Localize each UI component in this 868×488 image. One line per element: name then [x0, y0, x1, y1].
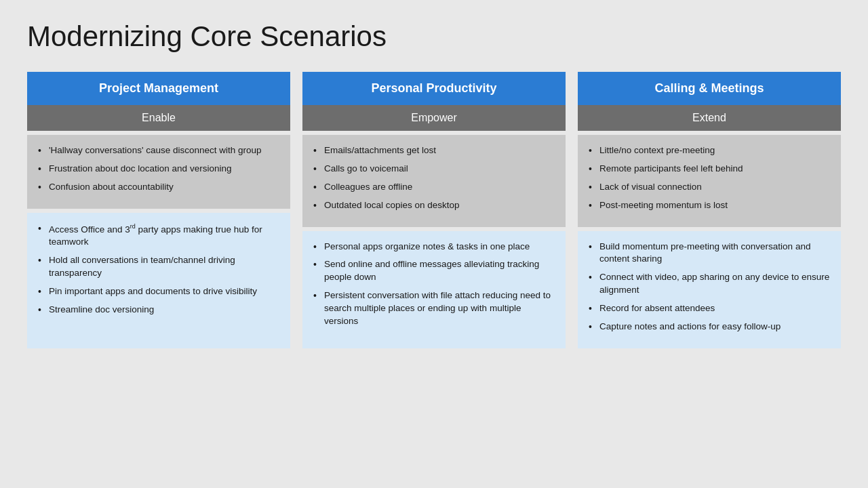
personal-productivity-header: Personal Productivity: [302, 72, 566, 105]
personal-productivity-problem-item-3: Outdated local copies on desktop: [313, 199, 555, 212]
calling-meetings-solution-item-3: Capture notes and actions for easy follo…: [589, 321, 830, 333]
calling-meetings-problem-box: Little/no context pre-meetingRemote part…: [578, 135, 841, 227]
project-management-problem-box: 'Hallway conversations' cause disconnect…: [27, 135, 290, 209]
calling-meetings-solution-box: Build momentum pre-meeting with conversa…: [578, 231, 841, 348]
page-title: Modernizing Core Scenarios: [27, 20, 841, 53]
calling-meetings-solution-item-0: Build momentum pre-meeting with conversa…: [589, 241, 830, 266]
personal-productivity-subheader: Empower: [302, 105, 566, 131]
personal-productivity-solution-item-2: Persistent conversation with file attach…: [313, 289, 555, 328]
calling-meetings-problem-item-3: Post-meeting momentum is lost: [589, 199, 830, 212]
project-management-header: Project Management: [27, 72, 290, 105]
calling-meetings-header: Calling & Meetings: [578, 72, 841, 105]
personal-productivity-problem-item-2: Colleagues are offline: [313, 181, 555, 194]
column-personal-productivity: Personal ProductivityEmpowerEmails/attac…: [302, 72, 566, 348]
calling-meetings-problem-item-2: Lack of visual connection: [589, 181, 830, 194]
project-management-solution-box: Access Office and 3rd party apps making …: [27, 213, 290, 348]
calling-meetings-solution-item-1: Connect with video, app sharing on any d…: [589, 271, 830, 297]
project-management-solution-item-1: Hold all conversations in team/channel d…: [38, 254, 279, 280]
main-grid: Project ManagementEnable'Hallway convers…: [27, 72, 841, 348]
project-management-solution-item-0: Access Office and 3rd party apps making …: [38, 222, 279, 249]
personal-productivity-problem-box: Emails/attachments get lostCalls go to v…: [302, 135, 566, 227]
calling-meetings-problem-item-0: Little/no context pre-meeting: [589, 144, 830, 157]
calling-meetings-problem-item-1: Remote participants feel left behind: [589, 163, 830, 176]
column-calling-meetings: Calling & MeetingsExtendLittle/no contex…: [578, 72, 841, 348]
project-management-subheader: Enable: [27, 105, 290, 131]
personal-productivity-solution-box: Personal apps organize notes & tasks in …: [302, 231, 566, 348]
calling-meetings-subheader: Extend: [578, 105, 841, 131]
project-management-problem-item-0: 'Hallway conversations' cause disconnect…: [38, 144, 279, 157]
personal-productivity-solution-item-0: Personal apps organize notes & tasks in …: [313, 241, 555, 253]
personal-productivity-problem-item-1: Calls go to voicemail: [313, 163, 555, 176]
project-management-problem-item-2: Confusion about accountability: [38, 181, 279, 194]
personal-productivity-problem-item-0: Emails/attachments get lost: [313, 144, 555, 157]
column-project-management: Project ManagementEnable'Hallway convers…: [27, 72, 290, 348]
project-management-problem-item-1: Frustration about doc location and versi…: [38, 163, 279, 176]
personal-productivity-solution-item-1: Send online and offline messages allevia…: [313, 258, 555, 284]
project-management-solution-item-2: Pin important apps and documents to driv…: [38, 285, 279, 298]
project-management-solution-item-3: Streamline doc versioning: [38, 304, 279, 317]
calling-meetings-solution-item-2: Record for absent attendees: [589, 302, 830, 315]
